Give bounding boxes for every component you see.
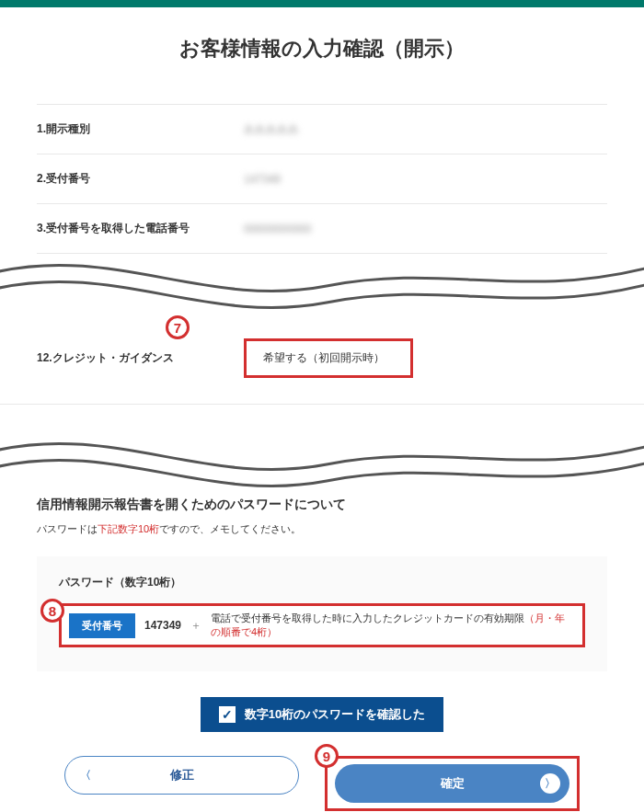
row-label: 1.開示種別 <box>37 121 244 137</box>
row-3: 3.受付番号を取得した電話番号 00000000000 <box>37 204 607 254</box>
row-value-blurred: 147349 <box>244 173 281 186</box>
top-accent-bar <box>0 0 644 7</box>
row-value-blurred: あああああ <box>244 121 299 137</box>
page-title: お客様情報の入力確認（開示） <box>0 7 644 104</box>
chevron-left-icon: 〈 <box>80 768 91 783</box>
confirm-button[interactable]: 確定 〉 <box>335 764 569 803</box>
confirm-row: ✓ 数字10桁のパスワードを確認した <box>0 697 644 732</box>
wave-divider <box>0 254 644 318</box>
chevron-right-circle-icon: 〉 <box>540 773 560 794</box>
annotation-8: 8 <box>40 599 64 623</box>
back-button[interactable]: 〈 修正 <box>64 756 299 795</box>
wave-divider <box>0 432 644 497</box>
note-suffix: ですので、メモしてください。 <box>159 523 301 534</box>
annotation-7: 7 <box>166 315 190 339</box>
row-value-blurred: 00000000000 <box>244 223 311 235</box>
confirmation-rows: 1.開示種別 あああああ 2.受付番号 147349 3.受付番号を取得した電話… <box>0 104 644 254</box>
password-description: 電話で受付番号を取得した時に入力したクレジットカードの有効期限（月・年の順番で4… <box>211 612 575 639</box>
password-card: 8 パスワード（数字10桁） 受付番号 147349 ＋ 電話で受付番号を取得し… <box>37 556 607 671</box>
password-number: 147349 <box>144 619 181 632</box>
password-badge: 受付番号 <box>69 613 135 638</box>
confirm-button-label: 確定 <box>441 775 465 792</box>
row-12: 7 12.クレジット・ガイダンス 希望する（初回開示時） <box>0 318 644 405</box>
password-composition-highlight: 受付番号 147349 ＋ 電話で受付番号を取得した時に入力したクレジットカード… <box>59 603 585 647</box>
confirm-button-label: 数字10桁のパスワードを確認した <box>245 706 425 723</box>
row-12-value-highlight: 希望する（初回開示時） <box>244 338 413 378</box>
action-buttons: 〈 修正 9 確定 〉 <box>0 756 644 812</box>
row-label: 12.クレジット・ガイダンス <box>37 350 244 366</box>
note-red: 下記数字10桁 <box>98 523 159 534</box>
row-1: 1.開示種別 あああああ <box>37 104 607 154</box>
annotation-9: 9 <box>315 744 339 768</box>
row-label: 3.受付番号を取得した電話番号 <box>37 221 244 236</box>
note-prefix: パスワードは <box>37 523 98 534</box>
password-section-title: 信用情報開示報告書を開くためのパスワードについて <box>37 497 607 513</box>
confirm-button-highlight: 9 確定 〉 <box>325 756 580 811</box>
row-label: 2.受付番号 <box>37 171 244 187</box>
confirm-password-button[interactable]: ✓ 数字10桁のパスワードを確認した <box>201 697 443 732</box>
password-desc-text: 電話で受付番号を取得した時に入力したクレジットカードの有効期限 <box>211 612 524 623</box>
back-button-label: 修正 <box>170 767 194 783</box>
password-heading: パスワード（数字10桁） <box>59 575 585 590</box>
check-icon: ✓ <box>219 706 236 723</box>
row-2: 2.受付番号 147349 <box>37 154 607 204</box>
password-section-note: パスワードは下記数字10桁ですので、メモしてください。 <box>37 522 607 536</box>
password-section: 信用情報開示報告書を開くためのパスワードについて パスワードは下記数字10桁です… <box>0 497 644 671</box>
plus-icon: ＋ <box>190 618 201 634</box>
